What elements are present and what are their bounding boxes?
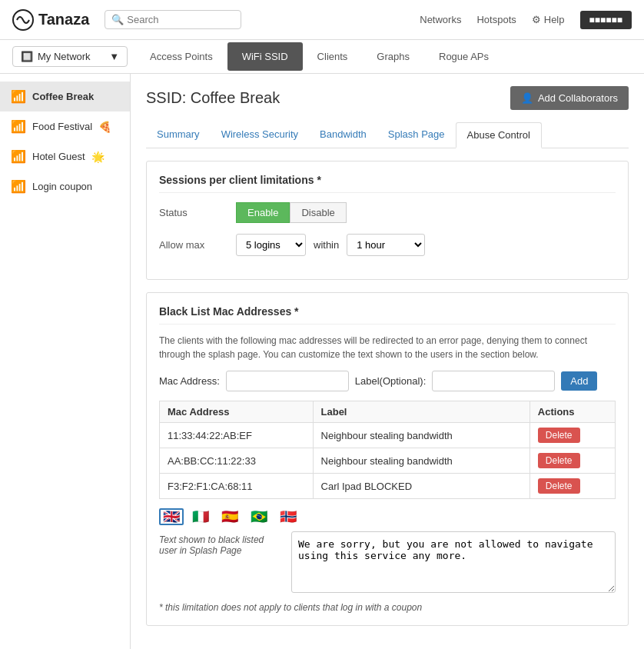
mac-table: Mac Address Label Actions 11:33:44:22:AB…: [159, 401, 616, 499]
subtab-bandwidth[interactable]: Bandwidth: [309, 122, 377, 148]
label-optional-label: Label(Optional):: [355, 375, 427, 387]
search-input[interactable]: [127, 14, 234, 25]
mac-address-label: Mac Address:: [159, 375, 220, 387]
subtab-summary[interactable]: Summary: [146, 122, 211, 148]
search-box: 🔍: [105, 10, 241, 29]
network-icon: 🔲: [21, 51, 33, 62]
flag-no[interactable]: 🇳🇴: [276, 508, 300, 525]
sub-tabs: Summary Wireless Security Bandwidth Spla…: [146, 122, 629, 148]
col-header-label: Label: [313, 401, 529, 423]
nav-tabs: Access Points WiFi SSID Clients Graphs R…: [135, 42, 503, 71]
table-row: F3:F2:F1:CA:68:11 Carl Ipad BLOCKED Dele…: [160, 474, 616, 499]
flag-es[interactable]: 🇪🇸: [217, 508, 242, 525]
sidebar-item-hotel-guest[interactable]: 📶 Hotel Guest 🌟: [0, 141, 130, 171]
enable-button[interactable]: Enable: [236, 202, 290, 223]
cell-action-1: Delete: [529, 448, 615, 474]
table-row: 11:33:44:22:AB:EF Neighbour stealing ban…: [160, 423, 616, 448]
within-label: within: [314, 239, 339, 251]
subtab-splash-page[interactable]: Splash Page: [377, 122, 456, 148]
splash-textarea[interactable]: We are sorry, but you are not allowed to…: [291, 531, 616, 593]
col-header-mac: Mac Address: [160, 401, 314, 423]
cell-label-0: Neighbour stealing bandwidth: [313, 423, 529, 448]
help-icon: ⚙: [532, 14, 541, 25]
time-select[interactable]: 1 hour 30 minutes 2 hours 6 hours 12 hou…: [347, 234, 425, 256]
hotspots-link[interactable]: Hotspots: [476, 14, 516, 25]
sidebar-item-login-coupon[interactable]: 📶 Login coupon: [0, 171, 130, 201]
blacklist-title: Black List Mac Addresses *: [159, 305, 616, 324]
sessions-title: Sessions per client limitations *: [159, 174, 616, 193]
status-label: Status: [159, 207, 228, 218]
help-link[interactable]: ⚙ Help: [532, 14, 565, 25]
logins-select[interactable]: 5 logins 1 login 2 logins 3 logins 10 lo…: [236, 234, 306, 256]
footer-note: * this limitation does not apply to clie…: [159, 602, 616, 613]
col-header-actions: Actions: [529, 401, 615, 423]
sidebar-item-food-festival[interactable]: 📶 Food Festival 🍕: [0, 111, 130, 141]
tab-graphs[interactable]: Graphs: [362, 42, 424, 71]
page-title: SSID: Coffee Break: [146, 89, 280, 107]
delete-button-0[interactable]: Delete: [538, 428, 580, 443]
tab-wifi-ssid[interactable]: WiFi SSID: [227, 42, 303, 71]
networks-link[interactable]: Networks: [420, 14, 461, 25]
mac-address-input[interactable]: [226, 371, 349, 391]
toggle-group: Enable Disable: [236, 202, 347, 223]
logo: Tanaza: [12, 9, 89, 31]
top-nav-links: Networks Hotspots ⚙ Help ■■■■■■: [420, 11, 632, 29]
add-mac-button[interactable]: Add: [561, 371, 597, 391]
allow-max-row: Allow max 5 logins 1 login 2 logins 3 lo…: [159, 234, 616, 256]
delete-button-1[interactable]: Delete: [538, 453, 580, 468]
subtab-wireless-security[interactable]: Wireless Security: [211, 122, 309, 148]
sessions-section: Sessions per client limitations * Status…: [146, 161, 629, 280]
sidebar: 📶 Coffee Break 📶 Food Festival 🍕 📶 Hotel…: [0, 74, 131, 649]
cell-mac-0: 11:33:44:22:AB:EF: [160, 423, 314, 448]
main-layout: 📶 Coffee Break 📶 Food Festival 🍕 📶 Hotel…: [0, 74, 644, 649]
label-optional-input[interactable]: [432, 371, 555, 391]
tab-clients[interactable]: Clients: [303, 42, 363, 71]
blacklist-section: Black List Mac Addresses * The clients w…: [146, 292, 629, 626]
second-nav: 🔲 My Network ▼ Access Points WiFi SSID C…: [0, 40, 644, 74]
sidebar-item-coffee-break[interactable]: 📶 Coffee Break: [0, 82, 130, 111]
cell-mac-2: F3:F2:F1:CA:68:11: [160, 474, 314, 499]
person-icon: 👤: [521, 92, 533, 104]
dropdown-arrow-icon: ▼: [109, 51, 119, 62]
wifi-icon-hotel: 📶: [11, 149, 26, 164]
tab-access-points[interactable]: Access Points: [135, 42, 227, 71]
flag-br[interactable]: 🇧🇷: [247, 508, 271, 525]
mac-input-row: Mac Address: Label(Optional): Add: [159, 371, 616, 391]
splash-text-label: Text shown to black listed user in Splas…: [159, 531, 282, 556]
cell-action-2: Delete: [529, 474, 615, 499]
user-button[interactable]: ■■■■■■: [580, 11, 632, 29]
tab-rogue-aps[interactable]: Rogue APs: [424, 42, 503, 71]
cell-action-0: Delete: [529, 423, 615, 448]
splash-text-row: Text shown to black listed user in Splas…: [159, 531, 616, 593]
search-icon: 🔍: [111, 14, 124, 25]
cell-label-1: Neighbour stealing bandwidth: [313, 448, 529, 474]
wifi-icon-coffee: 📶: [11, 89, 26, 104]
cell-mac-1: AA:BB:CC:11:22:33: [160, 448, 314, 474]
delete-button-2[interactable]: Delete: [538, 478, 580, 494]
top-nav: Tanaza 🔍 Networks Hotspots ⚙ Help ■■■■■■: [0, 0, 644, 40]
flag-gb[interactable]: 🇬🇧: [159, 508, 184, 525]
allow-max-label: Allow max: [159, 239, 228, 251]
network-dropdown[interactable]: 🔲 My Network ▼: [12, 46, 128, 67]
disable-button[interactable]: Disable: [290, 202, 346, 223]
table-row: AA:BB:CC:11:22:33 Neighbour stealing ban…: [160, 448, 616, 474]
flag-row: 🇬🇧 🇮🇹 🇪🇸 🇧🇷 🇳🇴: [159, 508, 616, 525]
flag-it[interactable]: 🇮🇹: [188, 508, 213, 525]
status-row: Status Enable Disable: [159, 202, 616, 223]
content-area: SSID: Coffee Break 👤 Add Collaborators S…: [131, 74, 644, 649]
page-header: SSID: Coffee Break 👤 Add Collaborators: [146, 86, 629, 110]
wifi-icon-coupon: 📶: [11, 179, 26, 194]
add-collaborators-button[interactable]: 👤 Add Collaborators: [510, 86, 629, 110]
hotel-guest-flag: 🌟: [91, 151, 105, 163]
cell-label-2: Carl Ipad BLOCKED: [313, 474, 529, 499]
subtab-abuse-control[interactable]: Abuse Control: [456, 122, 542, 148]
blacklist-desc: The clients with the following mac addre…: [159, 334, 616, 361]
food-festival-flag: 🍕: [98, 121, 111, 133]
wifi-icon-food: 📶: [11, 119, 26, 134]
